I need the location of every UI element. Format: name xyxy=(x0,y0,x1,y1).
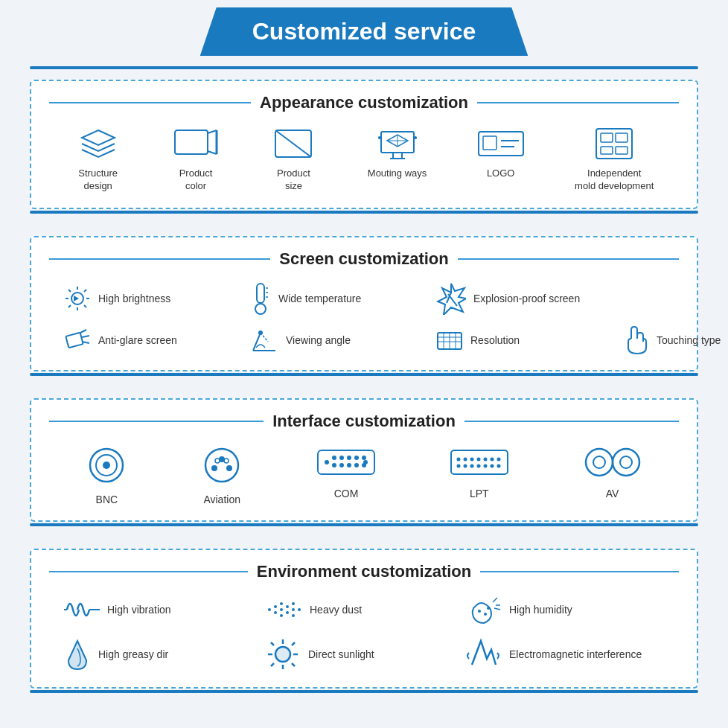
environment-title: Environment customization xyxy=(257,562,471,581)
svg-rect-21 xyxy=(601,133,613,142)
appear-item-mount: Mouting ways xyxy=(368,126,427,180)
svg-point-58 xyxy=(103,462,110,469)
svg-point-106 xyxy=(286,611,289,614)
svg-point-73 xyxy=(339,463,344,467)
svg-line-114 xyxy=(493,598,497,602)
svg-point-66 xyxy=(325,460,329,464)
appear-label-mold: Independentmold development xyxy=(575,167,654,193)
svg-point-82 xyxy=(476,457,480,461)
iface-label-bnc: BNC xyxy=(96,494,118,505)
iface-label-av: AV xyxy=(606,488,619,499)
temperature-icon xyxy=(250,282,271,315)
env-label-greasy: High greasy dir xyxy=(98,648,168,660)
svg-point-88 xyxy=(470,464,473,467)
svg-line-2 xyxy=(208,151,217,154)
screen-label-angle: Viewing angle xyxy=(286,334,351,346)
appear-label-mount: Mouting ways xyxy=(368,167,427,180)
iface-item-com: COM xyxy=(316,444,376,499)
iface-item-av: AV xyxy=(583,444,642,499)
svg-point-105 xyxy=(286,605,289,608)
env-label-sunlight: Direct sunlight xyxy=(308,648,374,660)
svg-point-10 xyxy=(414,136,417,139)
appear-item-mold: Independentmold development xyxy=(575,126,654,193)
svg-line-116 xyxy=(494,608,500,610)
svg-point-69 xyxy=(347,456,351,460)
svg-point-87 xyxy=(463,464,467,467)
resolution-icon xyxy=(436,327,463,354)
svg-rect-23 xyxy=(601,147,613,154)
svg-point-79 xyxy=(456,457,460,461)
mold-icon xyxy=(590,126,638,162)
svg-line-1 xyxy=(208,130,217,133)
svg-point-92 xyxy=(496,464,500,467)
svg-point-112 xyxy=(484,613,487,616)
env-row2: High greasy dir Direct s xyxy=(49,636,679,672)
svg-point-72 xyxy=(332,463,336,467)
iface-item-lpt: LPT xyxy=(450,444,509,499)
svg-point-62 xyxy=(226,465,232,471)
interface-title: Interface customization xyxy=(272,412,456,431)
svg-point-64 xyxy=(224,459,229,463)
bottom-divider-env xyxy=(30,690,698,693)
vibration-icon xyxy=(64,595,100,625)
screen-item-antiglare: Anti-glare screen xyxy=(64,327,213,354)
interface-grid: BNC Aviation xyxy=(49,444,679,505)
svg-point-95 xyxy=(613,449,639,476)
svg-rect-16 xyxy=(479,132,523,156)
lpt-icon xyxy=(450,444,509,480)
appear-label-size: Productsize xyxy=(277,167,310,193)
screen-label-temperature: Wide temperature xyxy=(278,293,361,304)
screen-label-explosion: Explosion-proof screen xyxy=(473,293,580,304)
svg-line-43 xyxy=(80,330,86,333)
aviation-icon xyxy=(201,444,243,486)
svg-point-35 xyxy=(255,304,266,314)
environment-grid: High vibration xyxy=(49,595,679,672)
mount-icon xyxy=(374,126,421,162)
svg-point-103 xyxy=(280,608,283,611)
iface-label-lpt: LPT xyxy=(470,488,489,499)
svg-point-99 xyxy=(268,608,271,611)
interface-title-row: Interface customization xyxy=(49,412,679,431)
svg-rect-34 xyxy=(257,284,264,303)
svg-point-59 xyxy=(205,449,238,482)
interface-section: Interface customization BNC xyxy=(30,398,698,537)
svg-point-61 xyxy=(211,465,217,471)
appearance-inner: Appearance customization Structuredesign xyxy=(30,80,698,209)
screen-item-touch: Touching type xyxy=(622,325,728,355)
screen-label-resolution: Resolution xyxy=(470,334,520,346)
screen-label-brightness: High brightness xyxy=(98,293,170,304)
svg-point-68 xyxy=(339,456,344,460)
iface-label-aviation: Aviation xyxy=(203,494,240,505)
screen-item-temperature: Wide temperature xyxy=(250,282,399,315)
appear-item-structure: Structuredesign xyxy=(74,126,122,193)
env-line-right xyxy=(480,571,679,572)
color-icon xyxy=(172,126,220,162)
sunlight-icon xyxy=(265,636,301,672)
em-icon xyxy=(466,638,502,671)
svg-point-117 xyxy=(275,647,290,662)
screen-label-antiglare: Anti-glare screen xyxy=(98,334,177,346)
environment-section: Environment customization High vibration xyxy=(30,549,698,703)
env-item-em: Electromagnetic interference xyxy=(466,638,642,671)
screen-label-touch: Touching type xyxy=(657,334,721,346)
svg-rect-0 xyxy=(175,130,208,154)
svg-point-83 xyxy=(483,457,487,461)
svg-point-70 xyxy=(354,456,359,460)
svg-rect-24 xyxy=(616,147,628,154)
svg-line-47 xyxy=(253,333,261,351)
svg-point-63 xyxy=(215,459,220,463)
environment-title-row: Environment customization xyxy=(49,562,679,581)
svg-point-84 xyxy=(490,457,494,461)
appear-label-structure: Structuredesign xyxy=(78,167,118,193)
bottom-divider-interface xyxy=(30,523,698,526)
svg-line-30 xyxy=(68,290,71,292)
screen-item-resolution: Resolution xyxy=(436,327,585,354)
dust-icon xyxy=(265,595,302,625)
svg-point-109 xyxy=(292,614,295,617)
screen-item-explosion: Explosion-proof screen xyxy=(436,282,585,315)
env-label-vibration: High vibration xyxy=(107,604,171,616)
svg-rect-22 xyxy=(616,133,628,142)
page-header: Customized service xyxy=(200,7,529,56)
screen-grid: High brightness Wide temperature xyxy=(49,282,679,355)
svg-point-104 xyxy=(280,614,283,617)
